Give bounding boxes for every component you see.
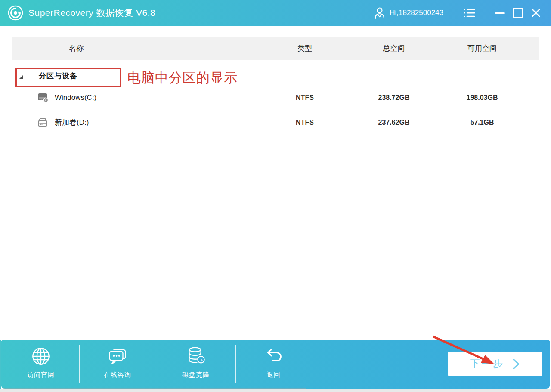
column-header-type: 类型 bbox=[258, 37, 351, 60]
drive-free: 198.03GB bbox=[436, 86, 529, 109]
table-row-drive-c[interactable]: Windows(C:) NTFS 238.72GB 198.03GB bbox=[12, 86, 539, 109]
toolbar-item-label: 在线咨询 bbox=[90, 371, 145, 379]
drive-c-icon bbox=[37, 92, 49, 103]
toolbar-item-label: 磁盘克隆 bbox=[168, 371, 224, 379]
disk-clone-icon bbox=[185, 346, 207, 367]
toolbar-item-website[interactable]: 访问官网 bbox=[13, 346, 69, 379]
table-header-row: 名称 类型 总空间 可用空间 bbox=[12, 37, 539, 60]
drive-d-icon bbox=[37, 117, 49, 128]
toolbar-item-label: 访问官网 bbox=[13, 371, 69, 379]
toolbar-item-label: 返回 bbox=[246, 371, 302, 379]
drive-total: 238.72GB bbox=[347, 86, 440, 109]
chat-icon bbox=[107, 346, 128, 367]
maximize-button[interactable] bbox=[509, 4, 527, 22]
drive-total: 237.62GB bbox=[347, 111, 440, 134]
tree-expander-icon[interactable] bbox=[19, 75, 23, 79]
drive-type: NTFS bbox=[258, 111, 351, 134]
desktop-edge-strip bbox=[0, 389, 551, 392]
toolbar-item-disk-clone[interactable]: 磁盘克隆 bbox=[168, 346, 224, 379]
close-button[interactable] bbox=[527, 4, 545, 22]
toolbar-divider bbox=[235, 345, 236, 383]
user-icon bbox=[374, 6, 386, 19]
column-header-name: 名称 bbox=[69, 37, 84, 60]
back-icon bbox=[263, 346, 285, 367]
titlebar-right-group: Hi,18282500243 bbox=[374, 4, 545, 22]
toolbar-item-consult[interactable]: 在线咨询 bbox=[90, 346, 145, 379]
column-header-total: 总空间 bbox=[347, 37, 440, 60]
chevron-right-icon bbox=[512, 358, 520, 370]
globe-icon bbox=[30, 346, 52, 367]
close-icon bbox=[531, 8, 541, 18]
drive-free: 57.1GB bbox=[436, 111, 529, 134]
table-row-drive-d[interactable]: 新加卷(D:) NTFS 237.62GB 57.1GB bbox=[12, 111, 539, 134]
maximize-icon bbox=[513, 8, 523, 18]
tree-group-label: 分区与设备 bbox=[39, 67, 77, 86]
column-header-free: 可用空间 bbox=[436, 37, 529, 60]
drive-name: 新加卷(D:) bbox=[55, 111, 89, 134]
minimize-icon bbox=[495, 12, 505, 14]
minimize-button[interactable] bbox=[491, 4, 509, 22]
next-step-label: 下一步 bbox=[470, 357, 505, 370]
bottom-toolbar: 访问官网 在线咨询 bbox=[1, 340, 550, 389]
user-greeting[interactable]: Hi,18282500243 bbox=[390, 9, 443, 17]
tree-group-partitions[interactable]: 分区与设备 bbox=[12, 67, 539, 87]
app-logo-icon bbox=[7, 5, 24, 21]
next-step-button[interactable]: 下一步 bbox=[448, 352, 542, 376]
menu-list-icon[interactable] bbox=[462, 7, 476, 19]
toolbar-item-back[interactable]: 返回 bbox=[246, 346, 302, 379]
drive-name: Windows(C:) bbox=[55, 86, 96, 109]
toolbar-divider bbox=[158, 345, 158, 383]
drive-type: NTFS bbox=[258, 86, 351, 109]
app-title: SuperRecovery 数据恢复 V6.8 bbox=[28, 7, 155, 19]
app-window: SuperRecovery 数据恢复 V6.8 Hi,18282500243 bbox=[0, 0, 551, 392]
title-bar: SuperRecovery 数据恢复 V6.8 Hi,18282500243 bbox=[0, 0, 551, 26]
toolbar-divider bbox=[79, 345, 80, 383]
drive-table: 名称 类型 总空间 可用空间 分区与设备 Windows(C:) NTFS 23… bbox=[0, 26, 551, 340]
